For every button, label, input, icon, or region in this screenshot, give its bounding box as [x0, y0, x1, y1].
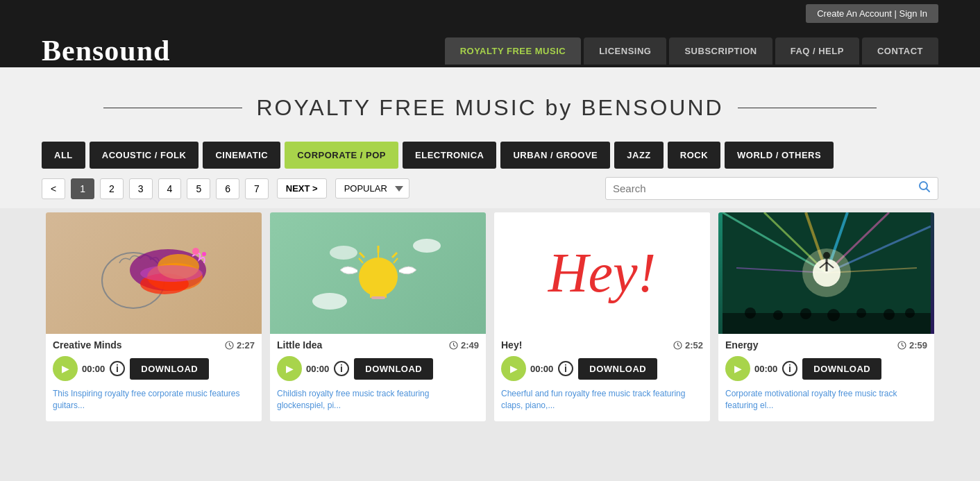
- search-button[interactable]: [918, 180, 931, 196]
- genre-world-others[interactable]: WORLD / OTHERS: [725, 142, 834, 169]
- track-controls-hey: ▶ 00:00 i DOWNLOAD: [494, 353, 710, 387]
- nav-royalty-free-music[interactable]: ROYALTY FREE MUSIC: [445, 37, 582, 65]
- page-6-button[interactable]: 6: [216, 178, 239, 199]
- svg-point-57: [856, 308, 866, 318]
- svg-line-25: [394, 258, 398, 263]
- genre-acoustic-folk[interactable]: ACOUSTIC / FOLK: [90, 142, 199, 169]
- track-thumbnail-creative-minds: [46, 212, 262, 334]
- info-button-hey[interactable]: i: [557, 360, 574, 377]
- svg-text:i: i: [340, 363, 343, 374]
- genre-all[interactable]: ALL: [42, 142, 85, 169]
- clock-icon: [449, 341, 458, 350]
- svg-text:i: i: [788, 363, 791, 374]
- svg-line-22: [360, 253, 364, 258]
- clock-icon: [673, 341, 682, 350]
- nav-contact[interactable]: CONTACT: [862, 37, 938, 65]
- genre-electronica[interactable]: ELECTRONICA: [403, 142, 496, 169]
- svg-point-16: [413, 239, 441, 253]
- track-controls-energy: ▶ 00:00 i DOWNLOAD: [718, 353, 934, 387]
- svg-point-18: [359, 258, 398, 296]
- track-card-creative-minds: Creative Minds 2:27 ▶ 00:00 i DOWNLOAD T…: [46, 212, 262, 421]
- play-button-creative-minds[interactable]: ▶: [53, 356, 78, 381]
- hero-section: ROYALTY FREE MUSIC by BENSOUND: [0, 67, 980, 135]
- track-duration-hey: 2:52: [673, 340, 703, 351]
- svg-line-62: [902, 345, 904, 346]
- nav-faq-help[interactable]: FAQ / HELP: [775, 37, 859, 65]
- page-4-button[interactable]: 4: [158, 178, 182, 199]
- svg-line-24: [359, 258, 363, 263]
- track-duration-little-idea: 2:49: [449, 340, 479, 351]
- track-title-creative-minds: Creative Minds: [53, 339, 122, 351]
- svg-line-12: [229, 345, 231, 346]
- track-thumbnail-energy: [718, 212, 934, 334]
- cards-grid: Creative Minds 2:27 ▶ 00:00 i DOWNLOAD T…: [0, 208, 980, 439]
- page-2-button[interactable]: 2: [100, 178, 124, 199]
- svg-point-17: [330, 246, 357, 260]
- track-card-energy: Energy 2:59 ▶ 00:00 i DOWNLOAD Corporate…: [718, 212, 934, 421]
- search-wrapper: [605, 177, 938, 200]
- sort-select[interactable]: POPULAR NEWEST OLDEST: [335, 178, 409, 199]
- svg-line-34: [677, 345, 679, 346]
- download-button-creative-minds[interactable]: DOWNLOAD: [130, 358, 209, 380]
- track-title-energy: Energy: [725, 339, 758, 351]
- svg-point-56: [827, 309, 840, 321]
- page-7-button[interactable]: 7: [245, 178, 269, 199]
- svg-point-8: [192, 248, 199, 255]
- track-info-row-hey: Hey! 2:52: [494, 334, 710, 353]
- genre-jazz[interactable]: JAZZ: [614, 142, 664, 169]
- info-button-creative-minds[interactable]: i: [109, 360, 126, 377]
- track-desc-energy: Corporate motivational royalty free musi…: [718, 387, 934, 421]
- genre-corporate-pop[interactable]: CORPORATE / POP: [285, 142, 398, 169]
- info-icon: i: [557, 360, 574, 377]
- time-display-creative-minds: 00:00: [82, 364, 105, 374]
- track-info-row-little-idea: Little Idea 2:49: [270, 334, 486, 353]
- prev-page-button[interactable]: <: [42, 178, 65, 199]
- track-controls-creative-minds: ▶ 00:00 i DOWNLOAD: [46, 353, 262, 387]
- create-account-button[interactable]: Create An Account | Sign In: [806, 4, 938, 23]
- svg-point-59: [905, 308, 915, 318]
- controls-bar: < 1 2 3 4 5 6 7 NEXT > POPULAR NEWEST OL…: [0, 169, 980, 208]
- svg-point-7: [140, 265, 203, 282]
- download-button-little-idea[interactable]: DOWNLOAD: [354, 358, 433, 380]
- track-title-hey: Hey!: [501, 339, 522, 351]
- svg-point-9: [202, 252, 206, 256]
- track-thumbnail-little-idea: [270, 212, 486, 334]
- nav-subscription[interactable]: SUBSCRIPTION: [669, 37, 772, 65]
- genre-cinematic[interactable]: CINEMATIC: [203, 142, 280, 169]
- play-button-little-idea[interactable]: ▶: [277, 356, 302, 381]
- page-3-button[interactable]: 3: [129, 178, 153, 199]
- svg-point-48: [823, 252, 830, 259]
- svg-point-53: [745, 307, 756, 319]
- next-page-button[interactable]: NEXT >: [277, 178, 327, 199]
- search-input[interactable]: [613, 183, 918, 194]
- info-button-energy[interactable]: i: [782, 360, 798, 377]
- track-card-hey: Hey! Hey! 2:52 ▶ 00:00 i DOWNLOAD Cheerf…: [494, 212, 710, 421]
- page-1-button[interactable]: 1: [71, 178, 94, 199]
- track-desc-creative-minds: This Inspiring royalty free corporate mu…: [46, 387, 262, 421]
- page-5-button[interactable]: 5: [187, 178, 210, 199]
- energy-rays: [718, 212, 934, 334]
- track-desc-hey: Cheerful and fun royalty free music trac…: [494, 387, 710, 421]
- track-card-little-idea: Little Idea 2:49 ▶ 00:00 i DOWNLOAD Chil…: [270, 212, 486, 421]
- genre-rock[interactable]: ROCK: [668, 142, 720, 169]
- svg-line-29: [453, 345, 455, 346]
- download-button-energy[interactable]: DOWNLOAD: [802, 358, 881, 380]
- nav-licensing[interactable]: LICENSING: [584, 37, 666, 65]
- info-icon: i: [333, 360, 350, 377]
- track-thumbnail-hey: Hey!: [494, 212, 710, 334]
- clock-icon: [897, 341, 906, 350]
- time-display-little-idea: 00:00: [306, 364, 329, 374]
- svg-text:i: i: [116, 363, 119, 374]
- logo: Bensound: [42, 34, 170, 67]
- play-button-hey[interactable]: ▶: [501, 356, 526, 381]
- download-button-hey[interactable]: DOWNLOAD: [578, 358, 657, 380]
- play-button-energy[interactable]: ▶: [725, 356, 750, 381]
- svg-line-1: [927, 189, 930, 192]
- track-duration-energy: 2:59: [897, 340, 927, 351]
- info-icon: i: [782, 360, 798, 377]
- header: Bensound ROYALTY FREE MUSIC LICENSING SU…: [0, 27, 980, 67]
- genre-urban-groove[interactable]: URBAN / GROOVE: [500, 142, 610, 169]
- info-button-little-idea[interactable]: i: [333, 360, 350, 377]
- clock-icon: [225, 341, 234, 350]
- hero-title: ROYALTY FREE MUSIC by BENSOUND: [0, 95, 980, 121]
